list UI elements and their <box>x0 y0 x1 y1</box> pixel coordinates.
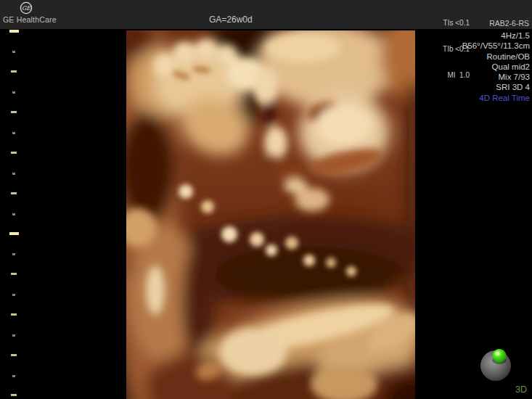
quality-value: Qual mid2 <box>462 62 530 72</box>
probe-label: RAB2-6-RS <box>489 19 529 28</box>
acquisition-mode-status: 4D Real Time <box>462 93 530 103</box>
depth-ruler <box>0 0 29 399</box>
render-mode-label: 3D <box>515 384 527 395</box>
mix-value: Mix 7/93 <box>462 72 530 82</box>
tis-value: TIs <0.1 <box>443 19 470 28</box>
trackball-status-icon <box>478 346 513 384</box>
frame-rate-value: 4Hz/1.5 <box>462 30 530 41</box>
parameter-panel: 4Hz/1.5 B56°/V55°/11.3cm Routine/OB Qual… <box>462 30 530 103</box>
geometry-value: B56°/V55°/11.3cm <box>462 41 530 51</box>
sri-value: SRI 3D 4 <box>462 82 530 92</box>
topbar: GE GE HealthCare GA=26w0d TIs <0.1 TIb <… <box>0 0 532 29</box>
ultrasound-image <box>126 30 415 399</box>
preset-value: Routine/OB <box>462 52 530 62</box>
gestational-age-label: GA=26w0d <box>209 15 253 25</box>
